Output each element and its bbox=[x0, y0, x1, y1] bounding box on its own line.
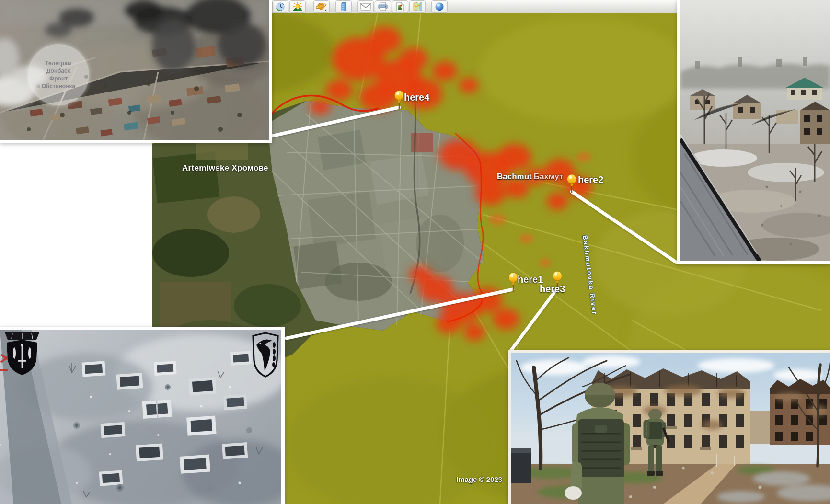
photo-aerial-destroyed-village bbox=[0, 327, 285, 504]
sunlight-button[interactable] bbox=[289, 0, 306, 13]
photo-aerial-city-smoke: Телеграм Донбасс Фронт Обстановка bbox=[0, 0, 272, 143]
imagery-credit: Image © 2023 bbox=[456, 475, 502, 483]
globe-button[interactable] bbox=[431, 0, 448, 13]
email-button[interactable] bbox=[357, 0, 374, 13]
photo-soldiers-ruined-building bbox=[508, 350, 830, 504]
historical-imagery-icon bbox=[275, 2, 286, 11]
print-button[interactable] bbox=[375, 0, 391, 13]
photo-d-artwork bbox=[511, 353, 830, 504]
ruler-button[interactable] bbox=[335, 0, 352, 13]
collage-canvas: Artemiwske Хромове BachmutБахмут Bakhmut… bbox=[0, 0, 830, 504]
view-in-maps-icon bbox=[412, 2, 423, 11]
map-label-settlement: Artemiwske Хромове bbox=[182, 163, 268, 173]
photo-c-artwork bbox=[0, 330, 281, 504]
pin-label-here4[interactable]: here4 bbox=[404, 92, 429, 103]
watermark-line: Обстановка bbox=[42, 82, 75, 90]
photo-b-artwork bbox=[680, 0, 830, 261]
view-in-maps-button[interactable] bbox=[409, 0, 426, 13]
pushpin-here2[interactable] bbox=[565, 173, 578, 194]
military-emblem-sword-shield-icon bbox=[3, 332, 41, 376]
historical-imagery-button[interactable] bbox=[272, 0, 288, 13]
telegram-watermark: Телеграм Донбасс Фронт Обстановка bbox=[28, 44, 89, 105]
photo-ruined-town-panorama bbox=[677, 0, 830, 264]
pin-label-here3[interactable]: here3 bbox=[540, 284, 565, 295]
email-icon bbox=[360, 2, 371, 11]
save-image-icon bbox=[395, 2, 405, 11]
save-image-button[interactable] bbox=[392, 0, 408, 13]
ruler-icon bbox=[341, 2, 346, 11]
planets-icon bbox=[315, 2, 328, 11]
pin-label-here2[interactable]: here2 bbox=[578, 174, 603, 185]
globe-icon bbox=[435, 2, 444, 11]
sunlight-icon bbox=[292, 2, 303, 11]
watermark-line: Донбасс bbox=[46, 67, 71, 75]
military-emblem-eagle-shield-icon bbox=[250, 331, 281, 378]
watermark-line: Телеграм bbox=[45, 59, 71, 67]
print-icon bbox=[378, 2, 388, 11]
city-name-en: Bachmut bbox=[497, 172, 532, 181]
map-label-city: BachmutБахмут bbox=[497, 172, 563, 182]
city-name-ua: Бахмут bbox=[534, 172, 563, 181]
planets-button[interactable] bbox=[313, 0, 330, 13]
watermark-line: Фронт bbox=[49, 75, 68, 82]
